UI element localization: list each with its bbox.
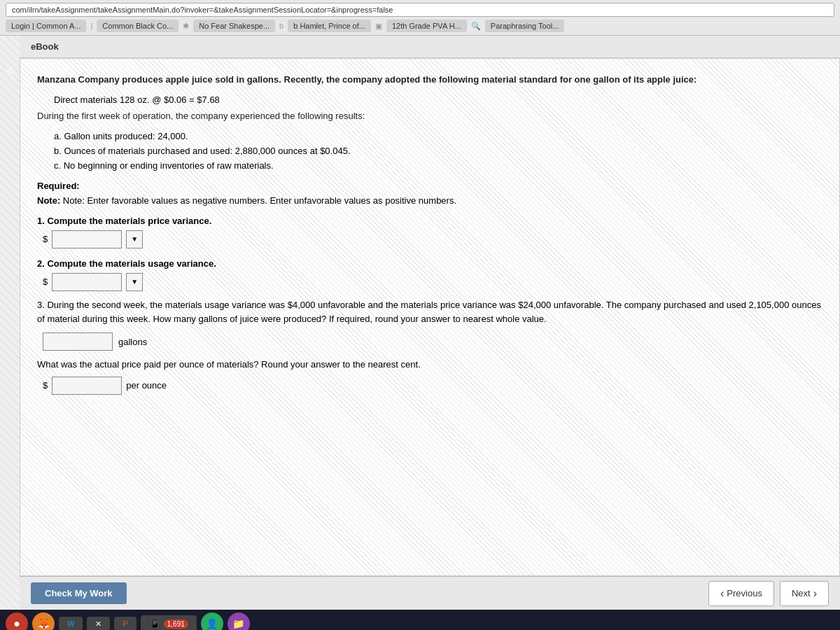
q1-label: 1. Compute the materials price variance. xyxy=(37,216,822,226)
bottom-toolbar: Check My Work Previous Next xyxy=(20,576,840,610)
per-ounce-row: $ per ounce xyxy=(43,377,822,395)
taskbar-person[interactable]: 👤 xyxy=(201,612,223,630)
taskbar-fox[interactable]: 🦊 xyxy=(32,612,55,630)
left-nav: < xyxy=(0,36,20,610)
per-ounce-label: per ounce xyxy=(126,380,167,391)
ebook-header: eBook xyxy=(20,36,840,58)
taskbar-word[interactable]: W xyxy=(59,617,83,630)
check-my-work-button[interactable]: Check My Work xyxy=(31,582,127,604)
taskbar-chrome[interactable]: ● xyxy=(6,612,28,630)
per-ounce-question: What was the actual price paid per ounce… xyxy=(37,358,822,372)
main-area: < eBook Manzana Company produces apple j… xyxy=(0,36,840,610)
nav-buttons: Previous Next xyxy=(708,581,829,606)
tab-common-black[interactable]: Common Black Co... xyxy=(97,20,178,32)
tab-hamlet[interactable]: b Hamlet, Prince of... xyxy=(288,20,371,32)
q3-intro: 3. During the second week, the materials… xyxy=(37,298,822,328)
per-ounce-input[interactable] xyxy=(52,377,122,395)
taskbar-folder[interactable]: 📁 xyxy=(227,612,250,630)
taskbar-app[interactable]: 📱 1,691 xyxy=(141,615,197,630)
browser-tabs: Login | Common A... | Common Black Co...… xyxy=(6,20,834,32)
per-ounce-dollar: $ xyxy=(43,380,48,391)
q2-input-row: $ ▼ xyxy=(43,273,822,291)
result-a: a. Gallon units produced: 24,000. xyxy=(54,131,822,141)
required-label: Required: xyxy=(37,181,822,191)
during-text: During the first week of operation, the … xyxy=(37,109,822,124)
tab-12th-grade[interactable]: 12th Grade PVA H... xyxy=(386,20,467,32)
q2-answer-input[interactable] xyxy=(52,273,122,291)
q1-dollar: $ xyxy=(43,234,48,244)
taskbar-p[interactable]: P xyxy=(114,617,136,630)
q1-input-row: $ ▼ xyxy=(43,230,822,248)
left-nav-arrow[interactable]: < xyxy=(6,64,14,78)
tab-paraphrasing[interactable]: Paraphrasing Tool... xyxy=(485,20,565,32)
result-b: b. Ounces of materials purchased and use… xyxy=(54,146,822,156)
q2-dropdown[interactable]: ▼ xyxy=(126,273,143,291)
browser-chrome: com/ilrn/takeAssignment/takeAssignmentMa… xyxy=(0,0,840,36)
q2-dollar: $ xyxy=(43,276,48,287)
address-bar[interactable]: com/ilrn/takeAssignment/takeAssignmentMa… xyxy=(6,3,834,17)
ebook-label: eBook xyxy=(31,41,59,52)
q1-dropdown[interactable]: ▼ xyxy=(126,230,143,248)
note-text: Note: Note: Enter favorable values as ne… xyxy=(37,195,822,206)
tab-no-fear[interactable]: No Fear Shakespe... xyxy=(193,20,275,32)
gallons-label: gallons xyxy=(118,337,147,347)
gallons-input[interactable] xyxy=(43,332,113,351)
q2-label: 2. Compute the materials usage variance. xyxy=(37,258,822,269)
next-button[interactable]: Next xyxy=(780,581,829,606)
taskbar-count: 1,691 xyxy=(164,620,188,629)
intro-text: Manzana Company produces apple juice sol… xyxy=(37,73,822,88)
gallons-row: gallons xyxy=(43,332,822,351)
result-c: c. No beginning or ending inventories of… xyxy=(54,160,822,171)
taskbar-x[interactable]: ✕ xyxy=(87,617,110,631)
content-wrapper: eBook Manzana Company produces apple jui… xyxy=(20,36,840,610)
tab-login[interactable]: Login | Common A... xyxy=(6,20,86,32)
q1-answer-input[interactable] xyxy=(52,230,122,248)
taskbar: ● 🦊 W ✕ P 📱 1,691 👤 📁 xyxy=(0,610,840,630)
question-area: Manzana Company produces apple juice sol… xyxy=(20,58,840,576)
previous-button[interactable]: Previous xyxy=(708,581,774,606)
standard-text: Direct materials 128 oz. @ $0.06 = $7.68 xyxy=(54,94,822,105)
